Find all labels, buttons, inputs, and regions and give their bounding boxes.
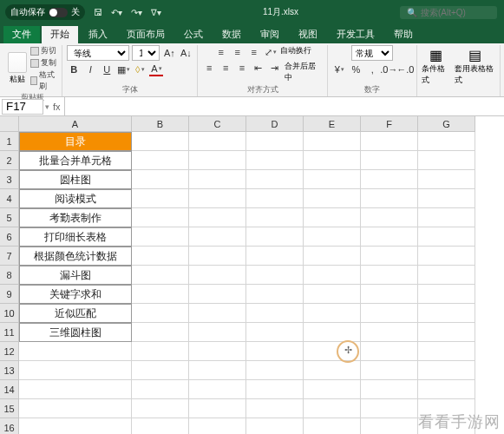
increase-font-icon[interactable]: A↑ [162,46,176,60]
cell[interactable] [246,380,304,399]
bold-button[interactable]: B [67,62,81,76]
cell[interactable] [189,151,246,170]
cell[interactable] [246,418,304,434]
underline-button[interactable]: U [100,62,114,76]
font-size-select[interactable]: 11 [132,45,160,61]
tab-data[interactable]: 数据 [213,26,250,43]
align-center-icon[interactable]: ≡ [219,61,232,75]
cell[interactable] [189,399,246,418]
cell[interactable] [304,380,361,399]
row-header[interactable]: 1 [0,132,19,151]
font-name-select[interactable]: 等线 [67,45,129,61]
cell[interactable] [246,132,304,151]
row-header[interactable]: 2 [0,151,19,170]
col-header-g[interactable]: G [418,116,475,132]
row-header[interactable]: 3 [0,170,19,189]
formatpainter-button[interactable]: 格式刷 [30,69,57,92]
row-header[interactable]: 9 [0,285,19,304]
cell[interactable] [304,151,361,170]
cell[interactable]: 批量合并单元格 [19,151,132,170]
border-button[interactable]: ▦ [116,62,130,76]
wrap-text-button[interactable]: 自动换行 [280,45,311,59]
cell[interactable] [132,151,189,170]
cell[interactable] [132,208,189,227]
cell[interactable] [189,361,246,380]
align-left-icon[interactable]: ≡ [202,61,216,75]
cell[interactable] [304,170,361,189]
italic-button[interactable]: I [83,62,97,76]
cell[interactable] [189,342,246,361]
cell[interactable] [19,342,132,361]
search-input[interactable] [421,8,490,17]
cell[interactable] [132,266,189,285]
cell[interactable]: 目录 [19,132,132,151]
cell[interactable] [246,323,304,342]
currency-icon[interactable]: ¥ [332,62,346,76]
cell[interactable] [304,266,361,285]
cell[interactable] [132,285,189,304]
tab-formulas[interactable]: 公式 [175,26,212,43]
cell[interactable]: 打印细长表格 [19,227,132,247]
cell[interactable] [246,170,304,189]
tab-file[interactable]: 文件 [3,26,40,43]
cell[interactable] [132,342,189,361]
cell[interactable] [304,227,361,247]
row-header[interactable]: 7 [0,247,19,266]
cell[interactable] [246,342,304,361]
align-middle-icon[interactable]: ≡ [231,45,245,59]
cell[interactable] [304,361,361,380]
cell[interactable] [132,170,189,189]
cell[interactable] [19,361,132,380]
decrease-decimal-icon[interactable]: ←.0 [398,62,412,76]
cell[interactable] [304,189,361,208]
cell[interactable] [361,323,418,342]
col-header-f[interactable]: F [361,116,418,132]
cell[interactable] [189,304,246,323]
cell[interactable] [361,208,418,227]
autosave-toggle[interactable]: 自动保存 关 [5,4,85,20]
cell[interactable] [132,247,189,266]
cell[interactable] [361,361,418,380]
align-right-icon[interactable]: ≡ [235,61,249,75]
cell[interactable] [246,361,304,380]
cell[interactable] [132,380,189,399]
cell[interactable] [418,304,475,323]
cell[interactable] [361,247,418,266]
row-header[interactable]: 6 [0,227,19,247]
cell[interactable] [304,285,361,304]
cell[interactable] [361,227,418,247]
cell[interactable] [361,304,418,323]
undo-icon[interactable]: ↶▾ [111,8,122,17]
cells-area[interactable]: 目录批量合并单元格圆柱图阅读模式考勤表制作打印细长表格根据颜色统计数据漏斗图关键… [19,132,475,434]
cell[interactable] [361,380,418,399]
redo-icon[interactable]: ↷▾ [131,8,142,17]
cell[interactable]: 近似匹配 [19,304,132,323]
cell[interactable] [132,304,189,323]
cell[interactable] [189,227,246,247]
cell[interactable] [418,361,475,380]
cell[interactable] [304,247,361,266]
indent-increase-icon[interactable]: ⇥ [268,61,282,75]
cell[interactable] [418,247,475,266]
table-format-button[interactable]: ▤ 套用表格格式 [455,47,495,86]
save-icon[interactable]: 🖫 [94,8,102,17]
cell[interactable]: 三维圆柱图 [19,323,132,342]
filter-icon[interactable]: ∇▾ [151,8,161,17]
name-box[interactable] [2,99,43,115]
cell[interactable]: 阅读模式 [19,189,132,208]
cell[interactable] [189,247,246,266]
cell[interactable] [189,285,246,304]
cell[interactable] [304,208,361,227]
cell[interactable] [246,208,304,227]
cell[interactable] [418,342,475,361]
cell[interactable] [246,285,304,304]
cell[interactable]: 根据颜色统计数据 [19,247,132,266]
col-header-d[interactable]: D [246,116,304,132]
cell[interactable] [132,189,189,208]
cell[interactable] [361,418,418,434]
cell[interactable] [361,189,418,208]
cell[interactable] [246,399,304,418]
cell[interactable] [189,170,246,189]
cell[interactable] [361,151,418,170]
cell[interactable] [132,227,189,247]
